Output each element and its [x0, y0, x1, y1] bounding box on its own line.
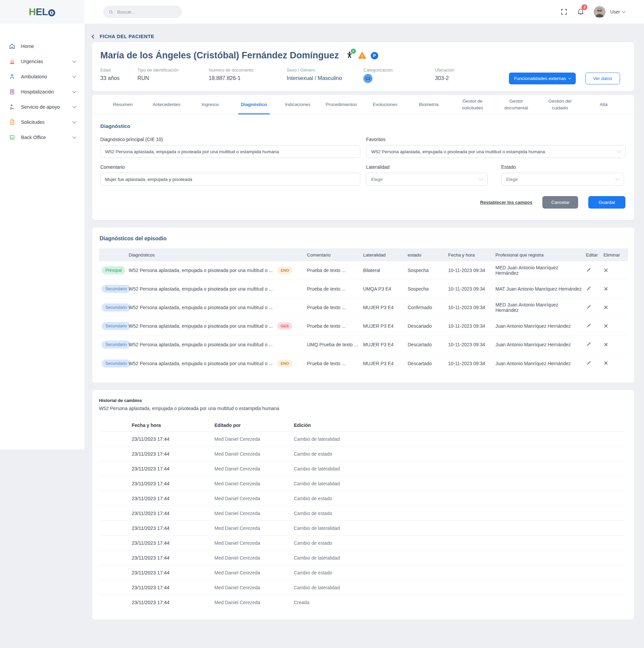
tab[interactable]: Procedimientos	[319, 95, 363, 114]
laterality-label: Lateralidad	[366, 164, 488, 170]
tab[interactable]: Resumen	[101, 95, 145, 114]
sidebar-item-servicio-de-apoyo[interactable]: Servicio de apoyo	[0, 99, 84, 114]
comment-cell: Prueba de texto ...	[307, 305, 363, 310]
state-label: Estado	[501, 164, 624, 170]
table-row: Secundario W52 Persona aplastada, empuja…	[99, 317, 628, 335]
pencil-icon	[586, 341, 592, 347]
patient-field-categorizacion: Categorización C2	[363, 68, 435, 83]
back-icon[interactable]	[92, 34, 96, 39]
external-functions-button[interactable]: Funcionalidades externas	[509, 73, 576, 84]
sidebar-item-hospitalizacion[interactable]: Hospitalización	[0, 84, 84, 99]
tab[interactable]: Gestión del cuidado	[538, 95, 582, 114]
chevron-down-icon	[622, 9, 625, 13]
table-row: Secundario W52 Persona aplastada, empuja…	[99, 335, 628, 354]
delete-row-button[interactable]: ✕	[603, 267, 608, 274]
logo-letter-h: H	[29, 6, 35, 18]
delete-row-button[interactable]: ✕	[603, 360, 608, 367]
column-header-eliminar: Eliminar	[603, 252, 629, 258]
warning-indicator[interactable]	[358, 51, 366, 60]
app-logo[interactable]: HEL	[29, 6, 56, 18]
sidebar-item-ambulatorio[interactable]: Ambulatorio	[0, 69, 84, 84]
tab-label: Indicaciones	[285, 101, 310, 108]
laterality-cell: MUJER P3 E4	[363, 361, 408, 366]
diagnosis-tag: ENO	[277, 360, 292, 367]
edit-row-button[interactable]	[586, 341, 592, 347]
tab-label: Biometría	[419, 101, 439, 108]
laterality-state-row: Lateralidad Elegir Estado Elegir	[366, 164, 625, 186]
diagnosis-cell: W52 Persona aplastada, empujada o pisote…	[129, 286, 277, 292]
tab[interactable]: Gestor de solicitudes	[450, 95, 494, 114]
datetime-cell: 23/11/2023 17:44	[132, 555, 214, 561]
table-row: 23/11/2023 17:44 Med Daniel Cerezeda Cre…	[99, 595, 624, 610]
status-cell: Descartado	[408, 323, 448, 329]
laterality-cell: Bilateral	[363, 268, 408, 273]
sidebar-item-home[interactable]: Home	[0, 38, 84, 54]
diagnosis-type-badge: Principal	[102, 266, 125, 274]
reset-fields-link[interactable]: Restablecer los campos	[480, 200, 533, 205]
accessibility-indicator[interactable]: 2	[345, 51, 354, 60]
favorites-select[interactable]: W52 Persona aplastada, empujada o pisote…	[366, 145, 625, 158]
field-label: Edad	[100, 68, 137, 73]
table-row: Secundario W52 Persona aplastada, empuja…	[99, 354, 628, 373]
tab[interactable]: Ingresos	[188, 95, 232, 114]
history-table-body: 23/11/2023 17:44 Med Daniel Cerezeda Cam…	[99, 431, 624, 610]
avatar[interactable]	[594, 6, 606, 18]
tab[interactable]: Evoluciones	[363, 95, 407, 114]
field-value: 18.887.826-1	[209, 75, 287, 81]
field-value: 303-2	[435, 75, 503, 81]
delete-row-button[interactable]: ✕	[603, 342, 608, 348]
logo-o-icon	[48, 8, 56, 17]
chevron-down-icon	[72, 104, 76, 108]
table-row: 23/11/2023 17:44 Med Daniel Cerezeda Cam…	[99, 431, 624, 446]
global-search[interactable]	[103, 6, 182, 18]
cancel-button[interactable]: Cancelar	[542, 196, 578, 209]
delete-row-button[interactable]: ✕	[603, 323, 608, 329]
diagnosis-tag: ENO	[277, 267, 292, 274]
tab[interactable]: Indicaciones	[276, 95, 319, 114]
edit-row-button[interactable]	[586, 267, 592, 273]
view-data-button[interactable]: Ver datos	[585, 73, 620, 84]
professional-cell: MED Juan Antonio Manríquez Hernández	[495, 302, 586, 313]
tab[interactable]: Diagnóstico	[232, 95, 276, 114]
delete-row-button[interactable]: ✕	[603, 286, 608, 292]
editor-cell: Med Daniel Cerezeda	[214, 496, 294, 501]
sidebar-item-back-office[interactable]: Back Office	[0, 130, 84, 145]
notifications-button[interactable]: 3	[577, 7, 585, 17]
edit-row-button[interactable]	[586, 304, 592, 310]
comment-input[interactable]	[100, 173, 360, 186]
delete-cell: ✕	[603, 304, 629, 311]
logo-letters-el: EL	[36, 6, 48, 18]
topbar-icons: 3 User	[560, 6, 625, 18]
datetime-cell: 23/11/2023 17:44	[132, 570, 214, 575]
chevron-down-icon	[72, 135, 76, 138]
state-select[interactable]: Elegir	[501, 173, 624, 186]
delete-row-button[interactable]: ✕	[603, 304, 608, 311]
field-label: Tipo de identificación	[137, 68, 209, 73]
table-row: 23/11/2023 17:44 Med Daniel Cerezeda Cam…	[99, 535, 624, 550]
principal-diagnosis-input[interactable]	[100, 145, 360, 158]
pencil-icon	[586, 267, 592, 273]
edit-row-button[interactable]	[586, 360, 592, 366]
notification-count-badge: 3	[582, 4, 587, 10]
search-input[interactable]	[117, 9, 177, 15]
tab-label: Gestión del cuidado	[541, 98, 579, 111]
save-button[interactable]: Guardar	[588, 196, 625, 209]
tab[interactable]: Antecedentes	[145, 95, 188, 114]
tab[interactable]: Alta	[582, 95, 625, 114]
diagnosis-cell: W52 Persona aplastada, empujada o pisote…	[129, 268, 277, 273]
chevron-down-icon	[72, 59, 76, 62]
privacy-badge[interactable]: P	[371, 52, 378, 59]
diagnosis-type-cell: Principal	[99, 266, 129, 274]
fullscreen-button[interactable]	[560, 8, 568, 16]
tab[interactable]: Gestor documental	[494, 95, 538, 114]
laterality-select[interactable]: Elegir	[366, 173, 488, 186]
edit-row-button[interactable]	[586, 286, 592, 291]
user-menu[interactable]: User	[610, 9, 625, 15]
sidebar-item-urgencias[interactable]: Urgencias	[0, 54, 84, 69]
table-row: Principal W52 Persona aplastada, empujad…	[99, 261, 628, 280]
tab[interactable]: Biometría	[407, 95, 450, 114]
sidebar-item-solicitudes[interactable]: Solicitudes	[0, 114, 84, 130]
edit-cell	[586, 341, 603, 348]
diagnosis-type-cell: Secundario	[99, 285, 129, 293]
edit-row-button[interactable]	[586, 323, 592, 328]
